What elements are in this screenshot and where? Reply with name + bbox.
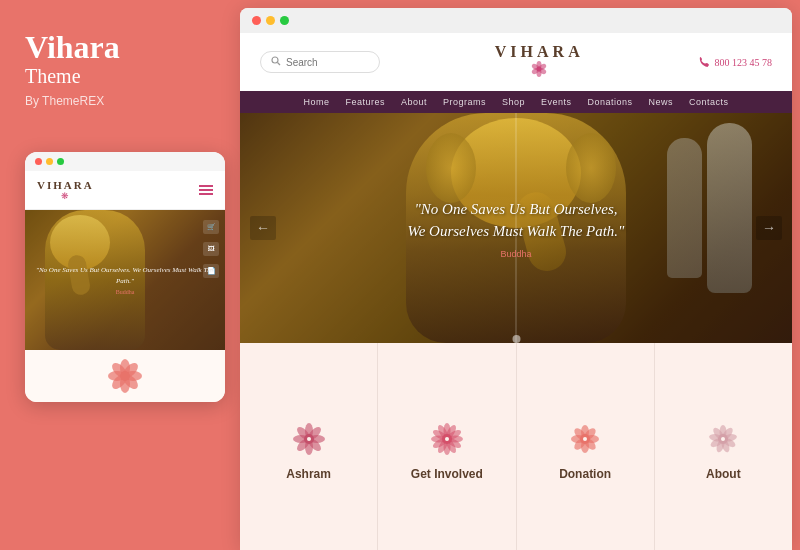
nav-programs[interactable]: Programs [443,97,486,107]
svg-point-17 [537,67,542,72]
mobile-dot-red [35,158,42,165]
side-statue-2 [667,138,702,278]
get-involved-flower-icon [427,419,467,459]
nav-home[interactable]: Home [303,97,329,107]
nav-news[interactable]: News [649,97,674,107]
theme-title: Vihara [25,30,215,65]
hero-quote-container: "No One Saves Us But Ourselves,We Oursel… [388,178,645,279]
mobile-mockup: VIHARA ❋ 🛒 🖼 📄 "No One Saves Us But Ours… [25,152,225,402]
browser-chrome [240,8,792,33]
mobile-bottom-flower [107,358,143,394]
site-logo: VIHARA [495,43,584,81]
svg-point-8 [120,371,130,381]
svg-point-27 [307,437,311,441]
mobile-hero: 🛒 🖼 📄 "No One Saves Us But Ourselves. We… [25,210,225,350]
card-get-involved[interactable]: Get Involved [378,343,516,550]
hero-quote-text: "No One Saves Us But Ourselves,We Oursel… [408,198,625,243]
ashram-flower-icon [289,419,329,459]
mobile-dot-yellow [46,158,53,165]
hero-arrow-left[interactable]: ← [250,216,276,240]
phone-number: 800 123 45 78 [714,57,772,68]
card-donation-label: Donation [559,467,611,481]
side-statue-1 [707,123,752,293]
svg-line-10 [278,63,281,66]
mobile-bottom [25,350,225,402]
search-icon [271,56,281,68]
header-phone: 800 123 45 78 [698,56,772,68]
card-about[interactable]: About [655,343,792,550]
svg-point-51 [583,437,587,441]
mobile-icon-img: 🖼 [203,242,219,256]
nav-events[interactable]: Events [541,97,572,107]
theme-by: By ThemeREX [25,94,215,108]
nav-features[interactable]: Features [345,97,385,107]
about-flower-icon [703,419,743,459]
card-get-involved-label: Get Involved [411,467,483,481]
site-nav: Home Features About Programs Shop Events… [240,91,792,113]
browser-dot-red [252,16,261,25]
mobile-nav: VIHARA ❋ [25,171,225,210]
hero-quote-author: Buddha [408,249,625,259]
nav-contacts[interactable]: Contacts [689,97,729,107]
left-panel: Vihara Theme By ThemeREX VIHARA ❋ [0,0,240,550]
nav-about[interactable]: About [401,97,427,107]
browser-dot-green [280,16,289,25]
mobile-logo: VIHARA ❋ [37,179,94,201]
card-donation[interactable]: Donation [517,343,655,550]
nav-shop[interactable]: Shop [502,97,525,107]
svg-point-41 [445,437,449,441]
mobile-hero-text: "No One Saves Us But Ourselves. We Ourse… [25,257,225,303]
card-about-label: About [706,467,741,481]
donation-flower-icon [565,419,605,459]
hero-arrow-right[interactable]: → [756,216,782,240]
phone-icon [698,56,710,68]
mobile-top-bar [25,152,225,171]
site-hero: "No One Saves Us But Ourselves,We Oursel… [240,113,792,343]
header-search[interactable] [260,51,380,73]
cards-section: Ashram [240,343,792,550]
browser-window: VIHARA 800 123 45 78 Home Features About [240,8,792,550]
card-ashram[interactable]: Ashram [240,343,378,550]
nav-donations[interactable]: Donations [588,97,633,107]
svg-point-9 [272,57,278,63]
site-header: VIHARA 800 123 45 78 [240,33,792,91]
browser-dot-yellow [266,16,275,25]
hamburger-icon[interactable] [199,185,213,195]
svg-point-62 [721,437,725,441]
search-input[interactable] [286,57,366,68]
mobile-dot-green [57,158,64,165]
mobile-icon-cart: 🛒 [203,220,219,234]
theme-subtitle: Theme [25,65,215,88]
logo-flower-icon [525,61,553,77]
card-ashram-label: Ashram [286,467,331,481]
